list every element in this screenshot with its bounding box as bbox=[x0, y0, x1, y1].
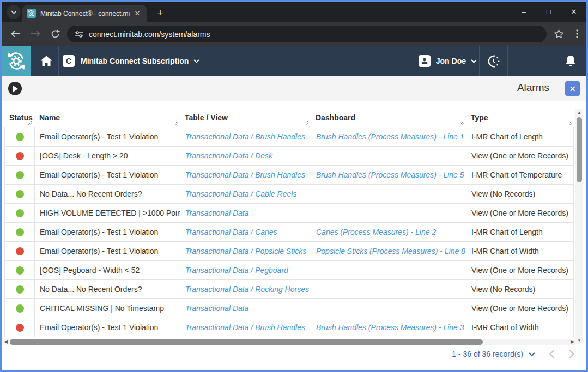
scroll-up-arrow[interactable]: ▲ bbox=[575, 109, 583, 116]
tab-close-icon[interactable]: ✕ bbox=[132, 9, 142, 19]
scroll-right-arrow[interactable]: ▶ bbox=[569, 339, 575, 345]
alarm-type-cell: I-MR Chart of Temperature bbox=[466, 166, 574, 184]
close-button[interactable]: ✕ bbox=[561, 2, 586, 22]
table-view-link[interactable]: Transactional Data bbox=[185, 304, 248, 313]
subscription-switcher[interactable]: C Minitab Connect Subscription bbox=[63, 46, 199, 76]
subscription-badge: C bbox=[63, 55, 75, 67]
table-view-link[interactable]: Transactional Data / Brush Handles bbox=[185, 323, 305, 332]
table-row[interactable]: [OOS] Desk - Length > 20Transactional Da… bbox=[4, 147, 574, 166]
minimize-button[interactable]: – bbox=[511, 2, 536, 22]
dashboard-cell bbox=[311, 204, 466, 222]
tab-search-button[interactable] bbox=[7, 5, 21, 19]
alarm-type-cell: I-MR Chart of Width bbox=[466, 242, 574, 260]
dashboard-link[interactable]: Popsicle Sticks (Process Measures) - Lin… bbox=[316, 247, 465, 255]
page-size-dropdown[interactable] bbox=[529, 352, 535, 357]
browser-menu-button[interactable] bbox=[569, 26, 585, 41]
table-row[interactable]: Email Operator(s) - Test 1 ViolationTran… bbox=[4, 166, 574, 185]
status-dot-red bbox=[16, 324, 24, 332]
status-dot-green bbox=[16, 304, 24, 313]
home-button[interactable] bbox=[34, 46, 58, 76]
forward-button[interactable] bbox=[28, 26, 43, 41]
table-view-link[interactable]: Transactional Data / Brush Handles bbox=[185, 170, 305, 179]
table-row[interactable]: HIGH VOLUME DETECTED | >1000 PointsTrans… bbox=[4, 204, 574, 223]
dashboard-link[interactable]: Canes (Process Measures) - Line 2 bbox=[316, 228, 436, 236]
back-button[interactable] bbox=[8, 26, 23, 41]
dashboard-link[interactable]: Brush Handles (Process Measures) - Line … bbox=[316, 323, 464, 332]
table-view-link[interactable]: Transactional Data / Brush Handles bbox=[185, 132, 305, 141]
alarms-table: StatusNameTable / ViewDashboardType Emai… bbox=[4, 109, 574, 337]
vertical-scrollbar-thumb[interactable] bbox=[577, 117, 582, 182]
alarm-type-cell: View (No Records) bbox=[466, 280, 574, 298]
table-row[interactable]: No Data... No Recent Orders?Transactiona… bbox=[4, 280, 574, 299]
dashboard-link[interactable]: Brush Handles (Process Measures) - Line … bbox=[316, 170, 464, 179]
horizontal-scrollbar-thumb[interactable] bbox=[10, 339, 483, 345]
column-resize-handle[interactable] bbox=[173, 120, 178, 125]
user-menu[interactable]: Jon Doe bbox=[419, 46, 477, 76]
notifications-button[interactable] bbox=[557, 46, 584, 76]
url-bar[interactable]: connect.minitab.com/system/alarms bbox=[67, 26, 547, 42]
column-resize-handle[interactable] bbox=[459, 120, 464, 125]
status-dot-green bbox=[16, 209, 24, 217]
status-cell bbox=[4, 127, 34, 146]
horizontal-scrollbar[interactable]: ◀ ▶ bbox=[3, 339, 575, 345]
alarm-type-cell: I-MR Chart of Width bbox=[466, 318, 574, 337]
previous-page-button[interactable] bbox=[549, 350, 555, 358]
chevron-right-icon bbox=[569, 350, 574, 358]
table-row[interactable]: [OOS] Pegboard - Width < 52Transactional… bbox=[4, 261, 574, 280]
record-count[interactable]: 1 - 36 of 36 record(s) bbox=[452, 350, 523, 358]
run-button[interactable] bbox=[8, 82, 22, 95]
table-view-link[interactable]: Transactional Data / Popsicle Sticks bbox=[185, 247, 306, 255]
browser-toolbar: connect.minitab.com/system/alarms bbox=[2, 22, 586, 46]
table-view-cell: Transactional Data / Canes bbox=[180, 223, 311, 241]
vertical-scrollbar[interactable]: ▲ ▼ bbox=[575, 109, 583, 344]
status-dot-green bbox=[16, 133, 24, 141]
table-row[interactable]: No Data... No Recent Orders?Transactiona… bbox=[4, 185, 574, 204]
next-page-button[interactable] bbox=[569, 350, 574, 358]
scroll-down-arrow[interactable]: ▼ bbox=[575, 337, 583, 344]
table-view-link[interactable]: Transactional Data bbox=[185, 209, 248, 217]
status-dot-green bbox=[16, 190, 24, 198]
table-row[interactable]: Email Operator(s) - Test 1 ViolationTran… bbox=[4, 223, 574, 242]
column-header-table-view[interactable]: Table / View bbox=[180, 109, 311, 127]
column-header-type[interactable]: Type bbox=[466, 109, 574, 127]
scroll-left-arrow[interactable]: ◀ bbox=[3, 339, 9, 345]
column-resize-handle[interactable] bbox=[28, 120, 33, 125]
column-header-name[interactable]: Name bbox=[34, 109, 180, 127]
new-tab-button[interactable]: + bbox=[153, 6, 167, 20]
table-view-cell: Transactional Data / Rocking Horses bbox=[180, 280, 311, 298]
alarm-type-cell: View (One or More Records) bbox=[466, 204, 574, 222]
status-dot-red bbox=[16, 152, 24, 160]
panel-close-button[interactable]: ✕ bbox=[565, 81, 580, 96]
bookmark-button[interactable] bbox=[551, 26, 566, 41]
maximize-button[interactable]: □ bbox=[536, 2, 561, 22]
column-header-status[interactable]: Status bbox=[4, 109, 34, 127]
reload-button[interactable] bbox=[47, 26, 63, 41]
bell-icon bbox=[565, 54, 577, 68]
table-view-link[interactable]: Transactional Data / Desk bbox=[185, 151, 272, 160]
pagination: 1 - 36 of 36 record(s) bbox=[452, 350, 574, 358]
play-icon bbox=[13, 86, 18, 92]
column-header-dashboard[interactable]: Dashboard bbox=[311, 109, 466, 127]
schedule-button[interactable] bbox=[480, 46, 507, 76]
sync-gear-icon bbox=[28, 10, 35, 17]
column-resize-handle[interactable] bbox=[304, 120, 309, 125]
table-row[interactable]: Email Operator(s) - Test 1 ViolationTran… bbox=[4, 242, 574, 261]
site-settings-icon bbox=[75, 31, 83, 38]
table-view-link[interactable]: Transactional Data / Pegboard bbox=[185, 266, 288, 275]
table-view-cell: Transactional Data / Brush Handles bbox=[180, 166, 311, 184]
table-view-link[interactable]: Transactional Data / Cable Reels bbox=[185, 190, 296, 198]
dashboard-cell: Brush Handles (Process Measures) - Line … bbox=[311, 166, 466, 184]
status-cell bbox=[4, 185, 34, 203]
browser-tab[interactable]: Minitab Connect® - connect.mi ✕ bbox=[22, 5, 147, 22]
column-resize-handle[interactable] bbox=[567, 120, 572, 125]
table-view-link[interactable]: Transactional Data / Rocking Horses bbox=[185, 285, 309, 294]
dashboard-link[interactable]: Brush Handles (Process Measures) - Line … bbox=[316, 132, 464, 141]
alarm-name-cell: Email Operator(s) - Test 1 Violation bbox=[34, 318, 180, 337]
table-row[interactable]: Email Operator(s) - Test 1 ViolationTran… bbox=[4, 127, 574, 147]
table-view-link[interactable]: Transactional Data / Canes bbox=[185, 228, 277, 236]
table-row[interactable]: CRITICAL MISSING | No TimestampTransacti… bbox=[4, 299, 574, 318]
minitab-connect-logo[interactable] bbox=[2, 46, 31, 76]
table-view-cell: Transactional Data bbox=[180, 299, 311, 318]
table-row[interactable]: Email Operator(s) - Test 1 ViolationTran… bbox=[4, 318, 574, 337]
forward-arrow-icon bbox=[31, 30, 40, 38]
